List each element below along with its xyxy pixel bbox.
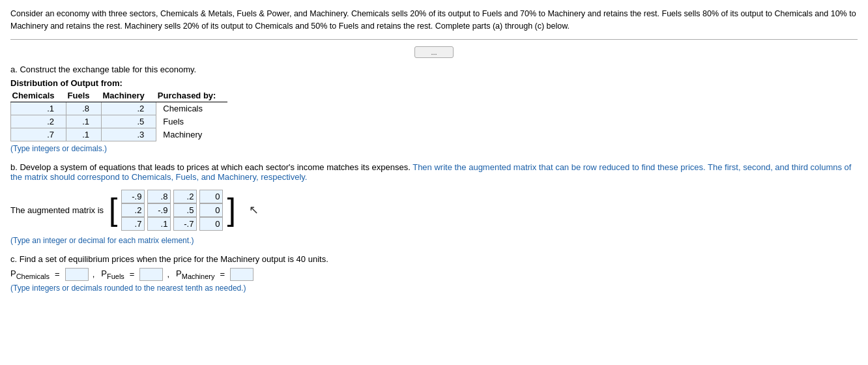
table-cell[interactable]: .1 xyxy=(11,102,66,115)
p-machinery-label: PMachinery xyxy=(176,269,214,280)
exchange-table: Chemicals Fuels Machinery Purchased by: … xyxy=(10,89,227,141)
matrix-row: .2-.9.50 xyxy=(121,203,223,217)
col-header-purchased: Purchased by: xyxy=(156,89,228,102)
problem-text: Consider an economy with three sectors, … xyxy=(10,8,858,33)
matrix-cell[interactable]: .2 xyxy=(173,190,197,203)
part-c-hint: (Type integers or decimals rounded to th… xyxy=(10,284,858,293)
matrix-cell[interactable]: .1 xyxy=(147,217,171,231)
table-cell[interactable]: .2 xyxy=(11,115,66,128)
col-header-fuels: Fuels xyxy=(66,89,102,102)
table-title: Distribution of Output from: xyxy=(10,78,858,88)
table-cell[interactable]: .7 xyxy=(11,128,66,141)
part-b-label: b. Develop a system of equations that le… xyxy=(10,162,858,182)
purchased-by-label: Chemicals xyxy=(156,102,228,115)
purchased-by-label: Fuels xyxy=(156,115,228,128)
matrix-row: .7.1-.70 xyxy=(121,217,223,231)
table-cell[interactable]: .8 xyxy=(66,102,102,115)
col-header-machinery: Machinery xyxy=(102,89,156,102)
matrix-cell[interactable]: .2 xyxy=(121,203,145,217)
expand-button[interactable]: ... xyxy=(414,46,454,58)
matrix-cell[interactable]: 0 xyxy=(199,217,223,231)
matrix-cell[interactable]: 0 xyxy=(199,190,223,203)
p-chemicals-input[interactable] xyxy=(65,268,89,281)
table-cell[interactable]: .1 xyxy=(66,115,102,128)
bracket-left: [ xyxy=(109,187,117,233)
purchased-by-label: Machinery xyxy=(156,128,228,141)
matrix-label: The augmented matrix is xyxy=(10,205,104,215)
part-a-hint: (Type integers or decimals.) xyxy=(10,144,858,153)
p-fuels-label: PFuels xyxy=(101,269,124,280)
part-a-label: a. Construct the exchange table for this… xyxy=(10,65,858,74)
matrix-cell[interactable]: .5 xyxy=(173,203,197,217)
bracket-right: ] xyxy=(227,187,235,233)
matrix-cell[interactable]: -.9 xyxy=(121,190,145,203)
p-fuels-input[interactable] xyxy=(139,268,163,281)
matrix-cell[interactable]: .8 xyxy=(147,190,171,203)
col-header-chemicals: Chemicals xyxy=(11,89,66,102)
matrix-outer: [ -.9.8.20.2-.9.50.7.1-.70 ] xyxy=(109,187,236,233)
part-c-section: c. Find a set of equilibrium prices when… xyxy=(10,254,858,293)
matrix-cell[interactable]: .7 xyxy=(121,217,145,231)
price-row: PChemicals = , PFuels = , PMachinery = xyxy=(10,268,858,281)
p-machinery-input[interactable] xyxy=(230,268,253,281)
matrix-cell[interactable]: 0 xyxy=(199,203,223,217)
matrix-row: -.9.8.20 xyxy=(121,190,223,203)
matrix-rows: -.9.8.20.2-.9.50.7.1-.70 xyxy=(117,187,227,233)
matrix-cell[interactable]: -.9 xyxy=(147,203,171,217)
part-a-section: a. Construct the exchange table for this… xyxy=(10,65,858,153)
table-cell[interactable]: .5 xyxy=(102,115,156,128)
part-b-hint: (Type an integer or decimal for each mat… xyxy=(10,236,858,245)
table-cell[interactable]: .2 xyxy=(102,102,156,115)
cursor-icon: ↖ xyxy=(249,203,259,217)
p-chemicals-label: PChemicals xyxy=(10,269,50,280)
matrix-section: The augmented matrix is [ -.9.8.20.2-.9.… xyxy=(10,187,858,233)
divider-top xyxy=(10,39,858,40)
table-cell[interactable]: .3 xyxy=(102,128,156,141)
part-b-section: b. Develop a system of equations that le… xyxy=(10,162,858,245)
table-cell[interactable]: .1 xyxy=(66,128,102,141)
matrix-cell[interactable]: -.7 xyxy=(173,217,197,231)
part-c-label: c. Find a set of equilibrium prices when… xyxy=(10,254,858,264)
